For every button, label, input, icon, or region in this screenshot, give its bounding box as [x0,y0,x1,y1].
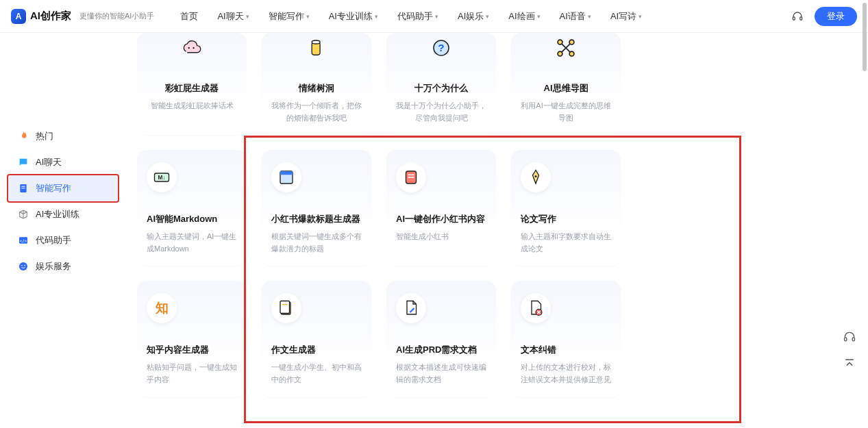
chevron-down-icon: ▾ [638,13,642,20]
nav-item-4[interactable]: 代码助手▾ [397,10,438,23]
card-2-1[interactable]: 作文生成器一键生成小学生、初中和高中的作文 [262,281,371,396]
card-desc: 根据文本描述生成可快速编辑的需求文档 [396,362,486,386]
sidebar-item-0[interactable]: 热门 [8,123,118,149]
sidebar-item-label: AI专业训练 [36,208,79,221]
zhi-icon: 知 [147,293,177,323]
card-title: AI思维导图 [521,82,611,95]
card-title: 论文写作 [521,213,611,225]
sidebar-item-2[interactable]: 智能写作 [7,174,119,203]
nav-item-7[interactable]: AI语音▾ [560,10,591,23]
doc-icon [18,183,29,194]
svg-point-27 [535,175,537,177]
main-nav: 首页AI聊天▾智能写作▾AI专业训练▾代码助手▾AI娱乐▾AI绘画▾AI语音▾A… [180,10,786,23]
card-0-0[interactable]: 彩虹屁生成器智能生成彩虹屁吹捧话术 [137,33,247,135]
card-desc: 智能生成彩虹屁吹捧话术 [147,100,237,112]
window-icon [271,162,301,192]
note-icon [396,162,426,192]
svg-rect-30 [280,301,290,314]
card-desc: 根据关键词一键生成多个有爆款潜力的标题 [271,231,362,255]
svg-text:M↓: M↓ [158,175,166,181]
sidebar-item-3[interactable]: AI专业训练 [8,201,118,227]
card-desc: 输入主题关键词，AI一键生成Markdown [147,231,237,255]
card-0-2[interactable]: ?十万个为什么我是十万个为什么小助手，尽管向我提问吧 [386,33,496,135]
svg-rect-0 [793,16,795,20]
float-support-icon[interactable] [841,328,858,346]
card-desc: 对上传的文本进行校对，标注错误文本并提供修正意见 [521,362,611,386]
essay-icon [271,293,301,323]
logo[interactable]: A AI创作家 [11,9,71,24]
fix-icon [521,293,551,323]
svg-text:?: ? [438,42,444,53]
svg-point-10 [188,47,190,49]
chevron-down-icon: ▾ [435,13,438,20]
card-title: 文本纠错 [521,344,611,356]
card-desc: 智能生成小红书 [396,231,486,243]
sidebar-item-5[interactable]: 娱乐服务 [8,253,118,279]
card-1-3[interactable]: 论文写作输入主题和字数要求自动生成论文 [511,150,621,266]
sidebar-item-1[interactable]: AI聊天 [8,149,118,175]
mind-icon [551,33,581,63]
float-actions [841,328,858,373]
svg-rect-25 [408,175,414,176]
card-0-1[interactable]: 情绪树洞我将作为一个倾听者，把你的烦恼都告诉我吧 [262,33,371,135]
nav-item-2[interactable]: 智能写作▾ [269,10,310,23]
back-to-top-icon[interactable] [841,355,858,373]
login-button[interactable]: 登录 [815,7,857,26]
svg-point-16 [558,40,562,45]
card-2-0[interactable]: 知知乎内容生成器粘贴知乎问题，一键生成知乎内容 [137,281,247,396]
nav-item-1[interactable]: AI聊天▾ [217,10,249,23]
svg-point-7 [19,262,27,270]
sidebar-item-label: AI聊天 [36,156,62,168]
chevron-down-icon: ▾ [306,13,310,20]
card-title: AI智能Markdown [147,213,237,225]
nav-item-6[interactable]: AI绘画▾ [508,10,540,23]
card-0-3[interactable]: AI思维导图利用AI一键生成完整的思维导图 [511,33,621,135]
pen-icon [521,162,551,192]
card-title: 知乎内容生成器 [147,344,237,356]
smile-icon [18,261,29,272]
nav-item-3[interactable]: AI专业训练▾ [329,10,378,23]
support-icon[interactable] [791,10,804,23]
top-bar: A AI创作家 更懂你的智能AI小助手 首页AI聊天▾智能写作▾AI专业训练▾代… [0,0,868,33]
fire-icon [18,131,29,142]
card-title: 彩虹屁生成器 [147,82,237,95]
tagline: 更懂你的智能AI小助手 [79,11,154,21]
card-1-2[interactable]: AI一键创作小红书内容智能生成小红书 [386,150,496,266]
chevron-down-icon: ▾ [246,13,249,20]
sidebar-item-4[interactable]: </>代码助手 [8,227,118,253]
svg-rect-1 [800,16,802,20]
nav-item-0[interactable]: 首页 [180,10,198,23]
card-title: AI生成PRD需求文档 [396,344,486,356]
svg-point-8 [21,265,23,266]
card-2-2[interactable]: AI生成PRD需求文档根据文本描述生成可快速编辑的需求文档 [386,281,496,396]
card-1-1[interactable]: 小红书爆款标题生成器根据关键词一键生成多个有爆款潜力的标题 [262,150,371,266]
svg-point-11 [193,47,194,49]
chevron-down-icon: ▾ [486,13,489,20]
svg-point-17 [569,40,574,45]
svg-text:</>: </> [20,238,27,243]
card-1-0[interactable]: M↓AI智能Markdown输入主题关键词，AI一键生成Markdown [137,150,247,266]
sidebar-item-label: 热门 [36,130,53,142]
cup-icon [301,33,332,63]
top-right: 登录 [791,7,857,26]
logo-text: AI创作家 [30,10,71,23]
card-desc: 利用AI一键生成完整的思维导图 [521,100,611,124]
svg-point-9 [24,265,25,266]
svg-rect-34 [852,338,854,341]
card-title: AI一键创作小红书内容 [396,213,486,225]
svg-rect-31 [282,304,288,305]
card-desc: 一键生成小学生、初中和高中的作文 [271,362,362,386]
question-icon: ? [426,33,456,63]
sidebar-item-label: 代码助手 [36,234,71,247]
nav-item-8[interactable]: AI写诗▾ [610,10,642,23]
sidebar: 热门AI聊天智能写作AI专业训练</>代码助手娱乐服务 [0,33,137,428]
card-desc: 我是十万个为什么小助手，尽管向我提问吧 [396,100,486,124]
card-2-3[interactable]: 文本纠错对上传的文本进行校对，标注错误文本并提供修正意见 [511,281,621,396]
nav-item-5[interactable]: AI娱乐▾ [458,10,489,23]
scrollbar[interactable] [863,3,867,71]
chevron-down-icon: ▾ [537,13,541,20]
svg-point-13 [312,40,320,44]
svg-rect-33 [845,338,847,341]
svg-rect-23 [280,171,293,175]
svg-text:知: 知 [155,301,169,316]
